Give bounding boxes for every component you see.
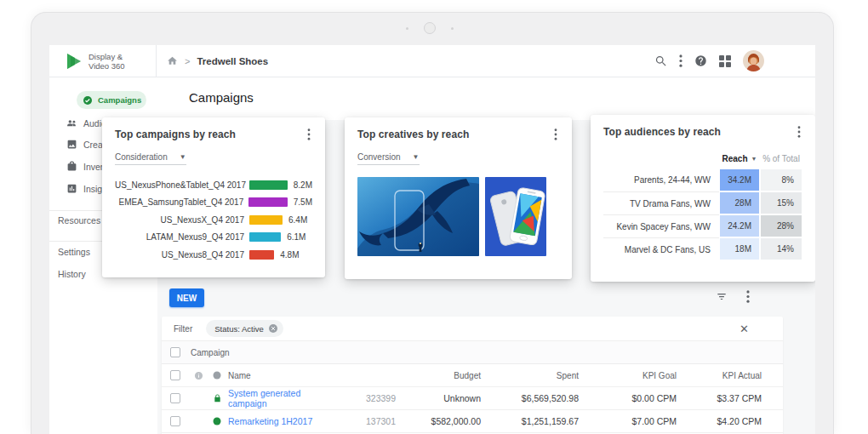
help-icon[interactable] xyxy=(694,54,707,67)
bar xyxy=(249,180,288,190)
phone-creative-image[interactable] xyxy=(485,177,546,256)
user-avatar[interactable] xyxy=(743,50,764,71)
reach-column-header[interactable]: Reach▼ xyxy=(719,148,760,168)
select-all-checkbox[interactable] xyxy=(170,347,180,357)
pct-cell: 8% xyxy=(760,168,802,191)
bar-label: US_NexusPhone&Tablet_Q4 2017 xyxy=(115,180,244,190)
col-kpi-actual[interactable]: KPI Actual xyxy=(677,371,762,380)
dropdown-arrow-icon: ▼ xyxy=(180,153,186,161)
bar-value: 8.2M xyxy=(294,180,312,190)
filter-bar: Filter Status: Active ✕ xyxy=(162,317,783,341)
breadcrumb-advertiser[interactable]: Tredwell Shoes xyxy=(197,56,268,66)
bar xyxy=(248,197,288,207)
card-title: Top creatives by reach xyxy=(357,128,469,140)
new-button[interactable]: NEW xyxy=(169,288,204,307)
bar xyxy=(249,215,283,225)
top-campaigns-card: Top campaigns by reach Consideration ▼ U… xyxy=(102,117,325,277)
bar xyxy=(249,250,274,260)
webcam-led-left xyxy=(406,27,408,30)
reach-cell: 24.2M xyxy=(719,214,760,237)
bar-row: US_Nexus8_Q4 2017 4.8M xyxy=(115,246,312,264)
sort-desc-icon: ▼ xyxy=(751,156,757,162)
breadcrumb: > Tredwell Shoes xyxy=(167,45,268,77)
audience-label: TV Drama Fans, WW xyxy=(603,191,719,214)
reach-bar-chart: US_NexusPhone&Tablet_Q4 2017 8.2M EMEA_S… xyxy=(115,176,312,264)
audience-label: Kevin Spacey Fans, WW xyxy=(603,214,719,237)
dropdown-value: Consideration xyxy=(115,152,168,162)
bar-label: US_NexusX_Q4 2017 xyxy=(115,215,244,225)
bar-value: 6.1M xyxy=(287,232,306,242)
bar-label: US_Nexus8_Q4 2017 xyxy=(115,250,244,260)
bar-row: US_NexusPhone&Tablet_Q4 2017 8.2M xyxy=(115,176,312,194)
creatives-metric-dropdown[interactable]: Conversion ▼ xyxy=(357,152,420,165)
kpi-goal-value: $7.00 CPM xyxy=(579,416,677,426)
sidebar-item-history[interactable]: History xyxy=(58,269,86,279)
bar-label: EMEA_SamsungTablet_Q4 2017 xyxy=(115,197,243,207)
group-header-label: Campaign xyxy=(191,348,230,357)
table-group-header: Campaign xyxy=(162,341,783,364)
row-checkbox[interactable] xyxy=(170,416,180,426)
col-spent[interactable]: Spent xyxy=(481,371,579,380)
creatives-icon xyxy=(66,139,77,150)
top-creatives-card: Top creatives by reach Conversion ▼ xyxy=(345,117,572,279)
col-kpi-goal[interactable]: KPI Goal xyxy=(579,371,677,380)
row-checkbox[interactable] xyxy=(170,393,180,403)
dropdown-value: Conversion xyxy=(357,152,401,162)
home-icon[interactable] xyxy=(167,55,178,66)
filter-list-icon[interactable] xyxy=(715,290,728,302)
bar-value: 6.4M xyxy=(288,215,307,225)
chip-remove-icon[interactable] xyxy=(268,323,278,334)
card-menu-icon[interactable] xyxy=(552,128,559,144)
bar-row: EMEA_SamsungTablet_Q4 2017 7.5M xyxy=(115,194,312,212)
app-bar: Display & Video 360 > Tredwell Shoes xyxy=(49,45,815,77)
audience-label: Parents, 24-44, WW xyxy=(603,168,719,191)
status-active-chip[interactable]: Status: Active xyxy=(206,320,283,337)
breadcrumb-chevron-icon: > xyxy=(185,56,190,66)
col-budget[interactable]: Budget xyxy=(396,371,481,380)
status-column-icon xyxy=(213,371,221,380)
bar-row: US_NexusX_Q4 2017 6.4M xyxy=(115,211,312,229)
reach-cell: 34.2M xyxy=(719,168,760,191)
card-title: Top campaigns by reach xyxy=(115,128,236,140)
campaigns-check-icon xyxy=(83,95,93,106)
campaign-list-panel: Filter Status: Active ✕ Campaign Name Bu… xyxy=(162,317,783,434)
webcam-led-right xyxy=(451,27,454,30)
table-row: System generated campaign 323399 Unknown… xyxy=(162,387,783,410)
appbar-divider xyxy=(156,45,157,77)
webcam xyxy=(424,22,436,34)
campaigns-metric-dropdown[interactable]: Consideration ▼ xyxy=(115,152,186,165)
close-filter-icon[interactable]: ✕ xyxy=(740,323,749,335)
campaign-id: 323399 xyxy=(336,393,396,403)
screen: Display & Video 360 > Tredwell Shoes xyxy=(49,45,815,434)
sidebar-item-campaigns[interactable]: Campaigns xyxy=(77,91,146,109)
pct-cell: 14% xyxy=(760,237,802,260)
bar-value: 7.5M xyxy=(294,197,312,207)
table-more-options-icon[interactable] xyxy=(746,290,750,303)
card-menu-icon[interactable] xyxy=(306,128,312,144)
campaign-id: 137301 xyxy=(336,416,396,426)
kpi-goal-value: $0.00 CPM xyxy=(579,393,677,403)
bar-value: 4.8M xyxy=(280,250,299,260)
audience-label: Marvel & DC Fans, US xyxy=(603,237,719,260)
pct-cell: 28% xyxy=(760,214,802,237)
page-header: Campaigns xyxy=(157,77,815,120)
bar-row: LATAM_Nexus9_Q4 2017 6.1M xyxy=(115,229,312,247)
more-options-icon[interactable] xyxy=(679,54,682,67)
campaign-link[interactable]: System generated campaign xyxy=(228,388,336,408)
budget-value: Unknown xyxy=(396,393,481,403)
sidebar-item-resources[interactable]: Resources xyxy=(58,215,100,226)
card-title: Top audiences by reach xyxy=(603,126,721,138)
table-row: Remarketing 1H2017 137301 $582,000.00 $1… xyxy=(162,410,783,433)
apps-grid-icon[interactable] xyxy=(719,55,731,67)
dropdown-arrow-icon: ▼ xyxy=(413,153,420,161)
header-checkbox[interactable] xyxy=(170,370,180,380)
card-menu-icon[interactable] xyxy=(796,126,802,141)
pct-column-header[interactable]: % of Total xyxy=(760,148,802,168)
budget-value: $582,000.00 xyxy=(396,416,481,426)
campaign-link[interactable]: Remarketing 1H2017 xyxy=(228,416,336,426)
col-name[interactable]: Name xyxy=(228,371,336,380)
sidebar-item-label: Campaigns xyxy=(98,95,141,105)
search-icon[interactable] xyxy=(654,54,667,67)
whale-creative-image[interactable] xyxy=(357,177,479,256)
sidebar-item-settings[interactable]: Settings xyxy=(58,247,90,257)
